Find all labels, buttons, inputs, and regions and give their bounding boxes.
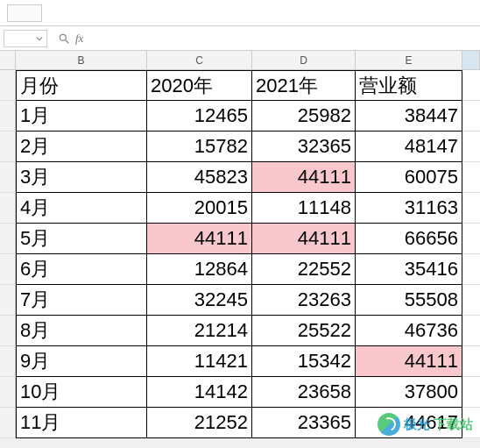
data-cell[interactable]: 32365 [252,132,356,162]
empty-cell[interactable] [462,224,480,254]
data-cell[interactable]: 14142 [147,377,252,408]
row-header[interactable] [0,408,16,438]
empty-cell[interactable] [462,285,480,316]
formula-input[interactable] [94,30,476,47]
empty-cell[interactable] [462,316,480,346]
col-header-E[interactable]: E [356,51,462,69]
data-cell[interactable]: 11421 [147,346,252,377]
data-cell[interactable]: 21214 [147,316,252,346]
data-cell[interactable]: 37800 [356,377,462,408]
data-cell[interactable]: 31163 [356,193,462,224]
data-cell[interactable]: 21252 [147,408,252,438]
data-cell[interactable]: 7月 [16,285,147,316]
data-cell[interactable]: 44111 [252,162,356,193]
table-row: 5月441114411166656 [0,224,480,254]
data-cell[interactable]: 44617 [356,408,462,438]
table-row: 2月157823236548147 [0,132,480,162]
table-row: 1月124652598238447 [0,101,480,132]
table-row: 6月128642255235416 [0,254,480,285]
data-cell[interactable]: 60075 [356,162,462,193]
name-box[interactable] [4,30,47,47]
col-header-C[interactable]: C [147,51,252,69]
data-cell[interactable]: 46736 [356,316,462,346]
empty-cell[interactable] [462,70,480,101]
row-header[interactable] [0,316,16,346]
col-header-next[interactable] [462,51,480,69]
row-header[interactable] [0,162,16,193]
select-all-corner[interactable] [0,51,16,69]
table-row: 9月114211534244111 [0,346,480,377]
table-row: 11月212522336544617 [0,408,480,438]
data-cell[interactable]: 44111 [147,224,252,254]
row-header[interactable] [0,377,16,408]
search-icon[interactable] [58,32,70,45]
data-cell[interactable]: 15342 [252,346,356,377]
table-row: 7月322452326355508 [0,285,480,316]
row-header[interactable] [0,254,16,285]
col-header-D[interactable]: D [252,51,356,69]
data-cell[interactable]: 8月 [16,316,147,346]
data-cell[interactable]: 10月 [16,377,147,408]
header-cell[interactable]: 营业额 [356,70,462,101]
data-cell[interactable]: 12864 [147,254,252,285]
data-cell[interactable]: 15782 [147,132,252,162]
data-cell[interactable]: 44111 [356,346,462,377]
empty-cell[interactable] [462,408,480,438]
data-cell[interactable]: 55508 [356,285,462,316]
data-cell[interactable]: 12465 [147,101,252,132]
data-cell[interactable]: 2月 [16,132,147,162]
empty-cell[interactable] [462,132,480,162]
header-cell[interactable]: 2020年 [147,70,252,101]
spreadsheet-grid[interactable]: B C D E 月份2020年2021年营业额1月124652598238447… [0,51,480,438]
data-cell[interactable]: 20015 [147,193,252,224]
col-header-B[interactable]: B [16,51,147,69]
row-header[interactable] [0,101,16,132]
data-cell[interactable]: 4月 [16,193,147,224]
data-cell[interactable]: 44111 [252,224,356,254]
data-cell[interactable]: 45823 [147,162,252,193]
empty-cell[interactable] [462,346,480,377]
column-headers: B C D E [0,51,480,70]
data-cell[interactable]: 22552 [252,254,356,285]
chevron-down-icon [36,35,43,42]
ribbon-tab-stub [7,4,42,22]
data-cell[interactable]: 25522 [252,316,356,346]
row-header[interactable] [0,193,16,224]
fx-label[interactable]: fx [75,32,83,46]
fx-group: fx [51,32,90,46]
svg-line-1 [66,39,69,43]
data-cell[interactable]: 5月 [16,224,147,254]
empty-cell[interactable] [462,101,480,132]
data-cell[interactable]: 6月 [16,254,147,285]
row-header[interactable] [0,224,16,254]
data-cell[interactable]: 1月 [16,101,147,132]
table-row: 3月458234411160075 [0,162,480,193]
data-cell[interactable]: 66656 [356,224,462,254]
data-cell[interactable]: 9月 [16,346,147,377]
row-header[interactable] [0,285,16,316]
row-header[interactable] [0,346,16,377]
table-row: 4月200151114831163 [0,193,480,224]
empty-cell[interactable] [462,193,480,224]
data-cell[interactable]: 35416 [356,254,462,285]
data-cell[interactable]: 48147 [356,132,462,162]
data-cell[interactable]: 11148 [252,193,356,224]
empty-cell[interactable] [462,254,480,285]
data-cell[interactable]: 23365 [252,408,356,438]
empty-cell[interactable] [462,162,480,193]
data-cell[interactable]: 38447 [356,101,462,132]
row-header[interactable] [0,132,16,162]
svg-point-0 [60,34,66,40]
data-cell[interactable]: 23263 [252,285,356,316]
data-cell[interactable]: 32245 [147,285,252,316]
row-header[interactable] [0,70,16,101]
empty-cell[interactable] [462,377,480,408]
data-cell[interactable]: 25982 [252,101,356,132]
ribbon-stub [0,0,480,26]
header-cell[interactable]: 2021年 [252,70,356,101]
data-cell[interactable]: 23658 [252,377,356,408]
data-cell[interactable]: 11月 [16,408,147,438]
data-cell[interactable]: 3月 [16,162,147,193]
header-cell[interactable]: 月份 [16,70,147,101]
table-row: 10月141422365837800 [0,377,480,408]
